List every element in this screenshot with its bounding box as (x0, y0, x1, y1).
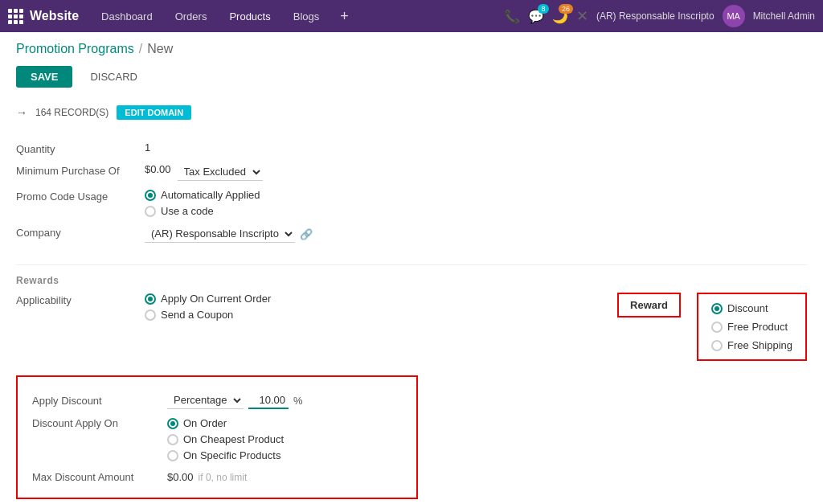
discount-option[interactable]: Discount (711, 302, 792, 314)
company-external-link[interactable]: 🔗 (300, 228, 313, 240)
menu-dashboard[interactable]: Dashboard (90, 0, 164, 32)
user-name[interactable]: Mitchell Admin (753, 10, 815, 22)
reward-button[interactable]: Reward (617, 293, 681, 318)
promo-code-radio[interactable] (145, 206, 156, 217)
edit-domain-button[interactable]: EDIT DOMAIN (117, 105, 191, 120)
rewards-section-title: Rewards (16, 275, 807, 286)
promo-code-label: Promo Code Usage (16, 189, 145, 203)
moon-badge: 26 (559, 4, 573, 14)
top-navigation: Website Dashboard Orders Products Blogs … (0, 0, 823, 32)
breadcrumb-separator: / (139, 42, 142, 56)
max-discount-amount: $0.00 (167, 471, 194, 483)
apply-current-order-option[interactable]: Apply On Current Order (145, 293, 271, 305)
phone-icon[interactable]: 📞 (504, 9, 520, 24)
chat-badge: 8 (538, 4, 549, 14)
free-product-label: Free Product (727, 321, 788, 333)
breadcrumb-parent[interactable]: Promotion Programs (16, 42, 134, 56)
send-coupon-option[interactable]: Send a Coupon (145, 309, 271, 321)
discount-radio[interactable] (711, 303, 723, 314)
promo-radio-group: Automatically Applied Use a code (145, 189, 260, 217)
apply-current-radio[interactable] (145, 293, 156, 305)
rewards-section: Rewards Applicability Apply On Current O… (16, 275, 807, 499)
action-bar: SAVE DISCARD (0, 61, 823, 99)
promo-auto-label: Automatically Applied (161, 189, 260, 201)
quantity-label: Quantity (16, 141, 145, 155)
add-menu-icon[interactable]: + (334, 8, 355, 25)
promo-auto-option[interactable]: Automatically Applied (145, 189, 260, 201)
save-button[interactable]: SAVE (16, 66, 72, 88)
free-product-option[interactable]: Free Product (711, 321, 792, 333)
menu-products[interactable]: Products (218, 0, 281, 32)
promo-code-option[interactable]: Use a code (145, 205, 260, 217)
records-bar: → 164 RECORD(S) EDIT DOMAIN (16, 99, 807, 126)
company-label: Company (16, 225, 145, 239)
free-shipping-label: Free Shipping (727, 339, 792, 351)
section-divider (16, 264, 807, 265)
on-cheapest-option[interactable]: On Cheapest Product (167, 433, 284, 445)
discount-apply-radio-group: On Order On Cheapest Product On Specific… (167, 417, 284, 461)
on-cheapest-radio[interactable] (167, 434, 178, 445)
applicability-label: Applicability (16, 293, 145, 321)
min-purchase-value: $0.00 Tax Excluded (145, 163, 807, 181)
reward-button-area: Reward Discount Free Product Free Shippi… (601, 293, 807, 361)
main-menu: Dashboard Orders Products Blogs (90, 0, 330, 32)
breadcrumb-current: New (147, 42, 173, 56)
free-product-radio[interactable] (711, 322, 723, 333)
brand-logo: Website (30, 9, 79, 23)
applicability-radio-group: Apply On Current Order Send a Coupon (145, 293, 271, 321)
rewards-row: Applicability Apply On Current Order Sen… (16, 293, 807, 361)
company-row: Company (AR) Responsable Inscripto 🔗 (16, 221, 807, 247)
discount-apply-on-label: Discount Apply On (32, 417, 161, 429)
apply-discount-label: Apply Discount (32, 395, 161, 407)
apps-icon[interactable] (8, 9, 23, 24)
max-discount-label: Max Discount Amount (32, 471, 161, 483)
discount-label: Discount (727, 302, 768, 314)
free-shipping-option[interactable]: Free Shipping (711, 339, 792, 351)
applicability-wrapper: Applicability Apply On Current Order Sen… (16, 293, 601, 321)
send-coupon-radio[interactable] (145, 309, 156, 321)
apply-current-label: Apply On Current Order (161, 293, 271, 305)
on-order-option[interactable]: On Order (167, 417, 284, 429)
applicability-options: Apply On Current Order Send a Coupon (145, 293, 271, 321)
quantity-display: 1 (145, 141, 150, 154)
max-discount-value: $0.00 if 0, no limit (167, 471, 247, 483)
menu-orders[interactable]: Orders (164, 0, 219, 32)
discount-symbol: % (293, 395, 303, 407)
promo-auto-radio[interactable] (145, 190, 156, 201)
min-purchase-amount: $0.00 (145, 163, 171, 175)
records-arrow: → (16, 106, 27, 119)
moon-icon[interactable]: 🌙26 (552, 9, 568, 24)
max-discount-hint: if 0, no limit (199, 472, 248, 483)
quantity-value: 1 (145, 141, 807, 154)
chat-icon[interactable]: 💬8 (528, 9, 544, 24)
reward-type-panel: Discount Free Product Free Shipping (697, 293, 807, 361)
send-coupon-label: Send a Coupon (161, 309, 233, 321)
on-cheapest-label: On Cheapest Product (183, 433, 284, 445)
main-content: → 164 RECORD(S) EDIT DOMAIN Quantity 1 M… (0, 99, 823, 499)
on-specific-option[interactable]: On Specific Products (167, 449, 284, 461)
nav-separator: ✕ (576, 7, 588, 25)
top-right-actions: 📞 💬8 🌙26 ✕ (AR) Responsable Inscripto MA… (504, 5, 815, 27)
on-specific-radio[interactable] (167, 450, 178, 461)
company-select[interactable]: (AR) Responsable Inscripto (145, 225, 295, 243)
menu-blogs[interactable]: Blogs (282, 0, 331, 32)
on-order-label: On Order (183, 417, 227, 429)
free-shipping-radio[interactable] (711, 340, 723, 351)
apply-discount-value: Percentage % (167, 391, 303, 409)
quantity-row: Quantity 1 (16, 137, 807, 159)
brand-name: Website (30, 9, 79, 23)
min-purchase-row: Minimum Purchase Of $0.00 Tax Excluded (16, 159, 807, 185)
promo-code-label-text: Use a code (161, 205, 214, 217)
discount-type-select[interactable]: Percentage (167, 391, 244, 409)
on-order-radio[interactable] (167, 418, 178, 429)
discard-button[interactable]: DISCARD (80, 66, 147, 88)
company-select-wrapper: (AR) Responsable Inscripto 🔗 (145, 225, 313, 243)
user-avatar[interactable]: MA (723, 5, 745, 27)
company-label: (AR) Responsable Inscripto (596, 10, 714, 22)
apply-discount-row: Apply Discount Percentage % (32, 388, 402, 412)
discount-value-input[interactable] (248, 392, 289, 409)
breadcrumb: Promotion Programs / New (0, 32, 823, 61)
on-specific-label: On Specific Products (183, 449, 280, 461)
discount-section: Apply Discount Percentage % Discount App… (16, 375, 418, 499)
tax-select[interactable]: Tax Excluded (178, 163, 263, 181)
